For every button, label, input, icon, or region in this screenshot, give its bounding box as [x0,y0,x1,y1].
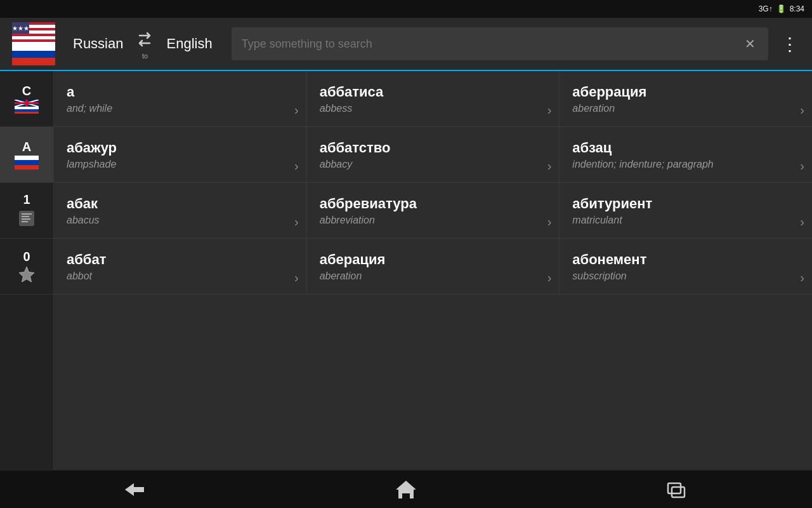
chevron-right-icon: › [294,271,299,285]
svg-rect-14 [15,102,39,104]
chevron-right-icon: › [294,215,299,229]
signal-indicator: 3G↑ [759,4,773,13]
sidebar-item-favorites[interactable]: 0 [0,239,53,295]
back-button[interactable] [110,474,160,505]
home-button[interactable] [381,474,431,505]
entry-translation: lampshade [67,159,296,170]
chevron-right-icon: › [547,103,552,117]
entry-cell[interactable]: абитуриент matriculant › [560,183,812,238]
sidebar-flag-ru [15,156,39,170]
entry-cell[interactable]: аббатство abbacy › [307,127,560,182]
entry-word: абзац [572,140,802,156]
svg-rect-7 [12,44,55,51]
svg-rect-28 [672,487,684,497]
entry-translation: abbot [67,271,296,282]
app-logo: ★★★ [12,22,55,65]
entry-translation: aberation [572,103,802,114]
sidebar-item-history[interactable]: 1 [0,183,53,239]
svg-rect-27 [668,483,681,493]
entry-cell[interactable]: аберация aberation › [307,239,560,294]
table-row: а and; while › аббатиса abbess › аберрац… [54,71,812,127]
battery-indicator: 🔋 [776,4,786,13]
sidebar-letter-a: A [22,140,31,154]
entry-cell[interactable]: аберрация aberation › [560,71,812,126]
swap-icon [133,28,156,51]
target-language[interactable]: English [166,36,212,52]
entry-word: аббатиса [320,84,549,100]
sidebar: C A 1 [0,71,54,470]
chevron-right-icon: › [547,215,552,229]
language-selector: Russian to English [60,28,225,60]
chevron-right-icon: › [800,215,804,229]
svg-text:★★★: ★★★ [12,25,29,32]
entry-cell[interactable]: абажур lampshade › [54,127,307,182]
svg-rect-17 [15,112,39,114]
search-input[interactable] [242,37,742,51]
sidebar-favorites-count: 0 [23,250,30,264]
svg-rect-23 [22,216,29,217]
chevron-right-icon: › [547,159,552,173]
entry-cell[interactable]: абак abacus › [54,183,307,238]
more-options-button[interactable]: ⋮ [775,34,806,55]
entry-word: аббревиатура [320,196,549,212]
entry-word: абонемент [572,251,802,268]
svg-rect-25 [22,221,28,222]
entry-cell[interactable]: абонемент subscription › [560,239,812,294]
main-area: C A 1 [0,71,812,470]
search-clear-button[interactable]: ✕ [742,34,758,54]
entry-cell[interactable]: аббревиатура abbreviation › [307,183,560,238]
entry-word: абитуриент [572,196,802,212]
svg-rect-18 [15,156,39,160]
entry-translation: abbess [320,103,549,114]
sidebar-flag-en-ru [15,100,39,114]
table-row: абак abacus › аббревиатура abbreviation … [54,183,812,239]
recent-icon [663,478,691,501]
bottom-navigation [0,470,812,508]
sidebar-letter-c: C [22,84,31,98]
entry-translation: abacus [67,215,296,226]
entry-word: абажур [67,140,296,156]
entry-word: аберрация [572,84,802,100]
entry-cell[interactable]: абзац indention; indenture; paragraph › [560,127,812,182]
svg-rect-16 [15,109,39,112]
entry-translation: subscription [572,271,802,282]
sidebar-item-a-dict[interactable]: A [0,127,53,183]
entry-word: абак [67,196,296,212]
top-bar: ★★★ Russian to English ✕ ⋮ [0,18,812,71]
entry-translation: indention; indenture; paragraph [572,159,802,170]
entries-grid: а and; while › аббатиса abbess › аберрац… [54,71,812,470]
svg-rect-15 [15,107,39,109]
sidebar-item-c-dict[interactable]: C [0,71,53,127]
entry-translation: aberation [320,271,549,282]
svg-rect-8 [12,51,55,58]
star-icon [18,265,36,283]
svg-rect-9 [12,58,55,65]
status-bar: 3G↑ 🔋 8:34 [0,0,812,18]
svg-rect-24 [22,218,30,220]
entry-translation: and; while [67,103,296,114]
swap-label: to [142,52,148,60]
entry-word: а [67,84,296,100]
entry-word: аббатство [320,140,549,156]
entry-cell[interactable]: аббатиса abbess › [307,71,560,126]
entry-word: аберация [320,251,549,268]
entry-cell[interactable]: а and; while › [54,71,307,126]
home-icon [392,478,420,501]
search-bar[interactable]: ✕ [232,27,768,60]
chevron-right-icon: › [547,271,552,285]
entry-cell[interactable]: аббат abbot › [54,239,307,294]
recent-apps-button[interactable] [652,474,702,505]
svg-rect-3 [12,36,55,39]
back-icon [120,478,150,501]
sidebar-history-count: 1 [23,192,30,207]
table-row: аббат abbot › аберация aberation › абоне… [54,239,812,295]
chevron-right-icon: › [294,103,299,117]
chevron-right-icon: › [294,159,299,173]
entry-word: аббат [67,251,296,268]
entry-translation: matriculant [572,215,802,226]
source-language[interactable]: Russian [73,36,123,52]
swap-button[interactable]: to [133,28,156,60]
chevron-right-icon: › [800,103,804,117]
svg-rect-20 [15,165,39,170]
svg-rect-22 [22,213,32,215]
